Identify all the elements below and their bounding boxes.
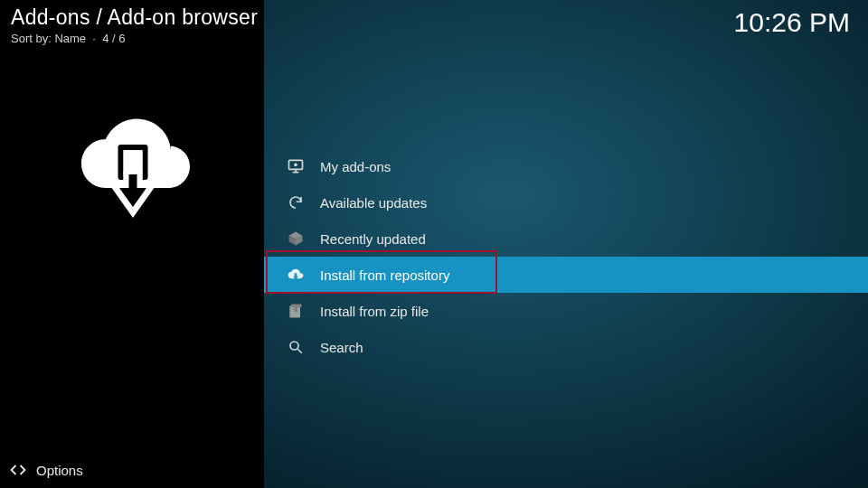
clock: 10:26 PM (734, 7, 850, 38)
svg-rect-14 (294, 309, 296, 311)
list-position: 4 / 6 (102, 32, 125, 45)
sidebar (0, 0, 264, 488)
menu-item-my-addons[interactable]: My add-ons (264, 148, 868, 184)
menu-item-search[interactable]: Search (264, 329, 868, 365)
header: Add-ons / Add-on browser Sort by: Name ·… (11, 5, 258, 45)
svg-rect-15 (296, 310, 297, 312)
menu-list: My add-ons Available updates Recently up… (264, 148, 868, 365)
options-button[interactable]: Options (9, 461, 83, 479)
breadcrumb: Add-ons / Add-on browser (11, 5, 258, 30)
sort-label: Sort by: (11, 32, 52, 45)
main-panel: My add-ons Available updates Recently up… (264, 0, 868, 488)
search-icon (286, 337, 306, 357)
sort-value: Name (54, 32, 86, 45)
menu-item-install-from-zip[interactable]: Install from zip file (264, 293, 868, 329)
options-label: Options (36, 463, 83, 478)
cloud-download-large-icon (65, 96, 201, 231)
menu-item-label: Search (320, 340, 363, 355)
svg-point-17 (290, 342, 298, 350)
svg-rect-11 (289, 305, 300, 317)
svg-line-18 (297, 349, 302, 353)
menu-item-available-updates[interactable]: Available updates (264, 184, 868, 221)
menu-item-label: Recently updated (320, 231, 426, 247)
menu-item-label: My add-ons (320, 159, 391, 174)
options-icon (9, 461, 27, 479)
menu-item-label: Install from repository (320, 267, 449, 283)
menu-item-label: Install from zip file (320, 304, 429, 319)
svg-rect-13 (296, 307, 297, 309)
menu-item-recently-updated[interactable]: Recently updated (264, 221, 868, 257)
box-icon (286, 229, 306, 249)
sort-line: Sort by: Name · 4 / 6 (11, 32, 258, 45)
monitor-icon (286, 156, 306, 176)
svg-rect-16 (291, 305, 302, 307)
cloud-download-icon (286, 265, 306, 285)
svg-rect-4 (124, 150, 143, 174)
refresh-icon (286, 192, 306, 212)
menu-item-install-from-repository[interactable]: Install from repository (264, 257, 868, 293)
menu-item-label: Available updates (320, 195, 427, 211)
zip-icon (286, 301, 306, 321)
